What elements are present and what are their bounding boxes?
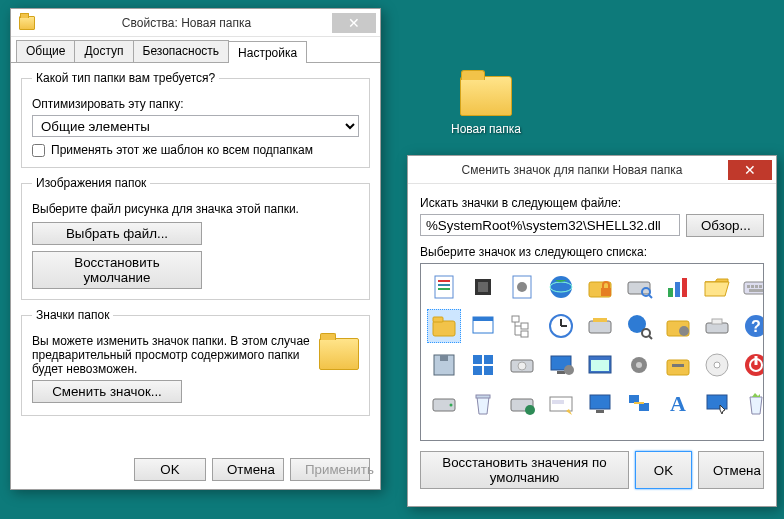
globe-icon[interactable] [544, 270, 578, 304]
chip-icon[interactable] [466, 270, 500, 304]
svg-rect-23 [521, 331, 528, 337]
ok-button[interactable]: OK [635, 451, 692, 489]
help-icon[interactable]: ? [739, 309, 764, 343]
svg-text:A: A [670, 391, 686, 416]
svg-rect-66 [712, 319, 722, 324]
svg-rect-59 [682, 278, 687, 297]
svg-rect-21 [512, 316, 519, 322]
checkbox-input[interactable] [32, 144, 45, 157]
apply-button[interactable]: Применить [290, 458, 370, 481]
icon-path-input[interactable] [420, 214, 680, 236]
drive-cd[interactable] [505, 348, 539, 382]
drive-open[interactable] [700, 309, 734, 343]
recycle-empty[interactable] [466, 387, 500, 421]
ok-button[interactable]: OK [134, 458, 206, 481]
change-icon-button[interactable]: Сменить значок... [32, 380, 182, 403]
doc-icon[interactable] [427, 270, 461, 304]
svg-point-68 [714, 362, 720, 368]
svg-rect-75 [749, 289, 763, 292]
choose-file-button[interactable]: Выбрать файл... [32, 222, 202, 245]
desktop-folder-label: Новая папка [451, 122, 521, 136]
apply-subfolders-checkbox[interactable]: Применять этот же шаблон ко всем подпапк… [32, 143, 359, 157]
window-title: Свойства: Новая папка [41, 16, 332, 30]
svg-rect-43 [591, 360, 609, 371]
browse-button[interactable]: Обзор... [686, 214, 764, 237]
svg-rect-63 [672, 364, 684, 367]
search-label: Искать значки в следующем файле: [420, 196, 764, 210]
icons-desc: Вы можете изменить значок папки. В этом … [32, 334, 359, 376]
network-pc[interactable] [622, 387, 656, 421]
folder-icon[interactable] [427, 309, 461, 343]
tab-general[interactable]: Общие [16, 40, 75, 62]
svg-rect-69 [707, 395, 727, 409]
drive-floppy[interactable] [427, 348, 461, 382]
gear-small[interactable] [622, 348, 656, 382]
svg-rect-3 [438, 288, 450, 290]
doc-gear[interactable] [505, 270, 539, 304]
drive-removable[interactable] [583, 309, 617, 343]
svg-point-20 [517, 282, 527, 292]
display-icon[interactable] [583, 387, 617, 421]
clock-icon[interactable] [544, 309, 578, 343]
svg-point-53 [636, 362, 642, 368]
tab-customize[interactable]: Настройка [228, 41, 307, 63]
cd-disc[interactable] [700, 348, 734, 382]
app-window[interactable] [583, 348, 617, 382]
windows-logo[interactable] [466, 348, 500, 382]
svg-rect-13 [473, 317, 493, 321]
cancel-button[interactable]: Отмена [212, 458, 284, 481]
svg-rect-71 [747, 285, 750, 288]
optimize-combo[interactable]: Общие элементы [32, 115, 359, 137]
drive-net[interactable] [505, 387, 539, 421]
close-icon: ✕ [744, 162, 756, 178]
svg-rect-1 [438, 280, 450, 282]
svg-rect-5 [433, 317, 443, 322]
svg-point-25 [518, 362, 526, 370]
close-icon: ✕ [348, 15, 360, 31]
drive-search[interactable] [622, 270, 656, 304]
tree-icon[interactable] [505, 309, 539, 343]
icon-list[interactable]: A? [420, 263, 764, 441]
svg-point-35 [564, 365, 574, 375]
svg-point-50 [642, 329, 650, 337]
monitor-cursor[interactable] [700, 387, 734, 421]
monitor-gear[interactable] [544, 348, 578, 382]
titlebar[interactable]: Свойства: Новая папка ✕ [11, 9, 380, 37]
drive-hard[interactable] [427, 387, 461, 421]
close-button[interactable]: ✕ [332, 13, 376, 33]
svg-rect-17 [484, 366, 493, 375]
svg-rect-58 [675, 282, 680, 297]
chart-icon[interactable] [661, 270, 695, 304]
svg-rect-62 [667, 360, 689, 375]
recycle-full[interactable] [739, 387, 764, 421]
svg-rect-41 [593, 318, 607, 322]
tab-security[interactable]: Безопасность [133, 40, 230, 62]
close-button[interactable]: ✕ [728, 160, 772, 180]
restore-defaults-button[interactable]: Восстановить значения по умолчанию [420, 451, 629, 489]
svg-rect-14 [473, 355, 482, 364]
svg-line-48 [649, 295, 652, 298]
svg-rect-54 [629, 395, 639, 403]
tab-sharing[interactable]: Доступ [74, 40, 133, 62]
folder-open[interactable] [700, 270, 734, 304]
window-icon[interactable] [466, 309, 500, 343]
group-legend: Значки папок [32, 308, 113, 322]
svg-rect-44 [590, 395, 610, 409]
titlebar[interactable]: Сменить значок для папки Новая папка ✕ [408, 156, 776, 184]
svg-point-61 [679, 326, 689, 336]
keyboard-icon[interactable] [739, 270, 764, 304]
run-dialog[interactable] [544, 387, 578, 421]
svg-rect-57 [668, 288, 673, 297]
globe-search[interactable] [622, 309, 656, 343]
svg-rect-22 [521, 323, 528, 329]
font-icon[interactable]: A [661, 387, 695, 421]
restore-default-button[interactable]: Восстановить умолчание [32, 251, 202, 289]
cancel-button[interactable]: Отмена [698, 451, 764, 489]
tool-folder[interactable] [661, 348, 695, 382]
svg-rect-39 [601, 288, 611, 296]
folder-icon [460, 76, 512, 116]
power-icon[interactable] [739, 348, 764, 382]
desktop-folder[interactable]: Новая папка [446, 76, 526, 136]
folder-locked[interactable] [583, 270, 617, 304]
folder-gear[interactable] [661, 309, 695, 343]
